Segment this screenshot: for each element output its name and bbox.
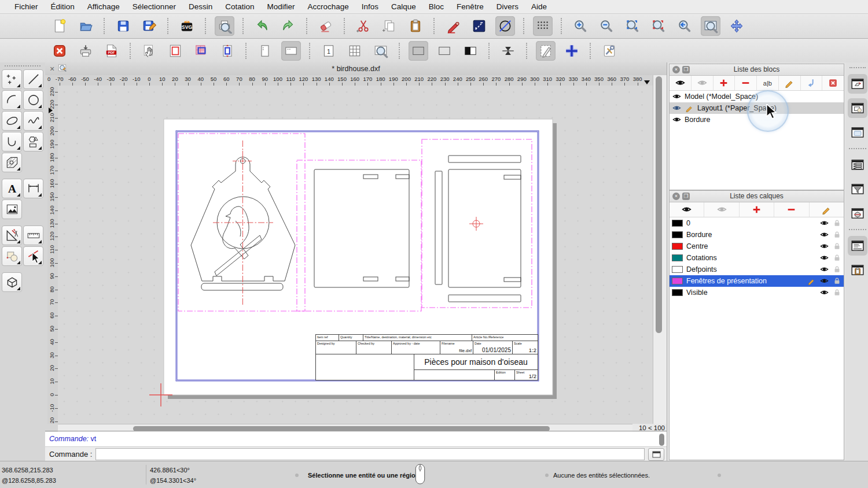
eye-icon[interactable] [819,231,829,239]
fit-to-page-icon[interactable] [218,41,237,61]
layer-row[interactable]: Centre [670,241,844,252]
layer-color-swatch[interactable] [672,278,683,284]
pdf-export-icon[interactable]: PDF [102,41,122,61]
menu-item[interactable]: Divers [490,0,525,13]
line-tools-icon[interactable] [23,69,43,89]
image-tool-icon[interactable] [2,199,22,219]
layer-row[interactable]: Cotations [670,252,844,264]
hide-all-layers-icon[interactable] [704,202,739,217]
redo-icon[interactable] [278,16,298,36]
clipboard-panel-icon[interactable] [848,260,867,280]
print-preview-icon[interactable] [215,16,234,36]
application-preferences-icon[interactable] [599,41,619,61]
block-list-panel-icon[interactable] [848,74,867,94]
drawing-canvas[interactable]: Item ref Quantity Title/Name, destinatio… [58,86,653,424]
menu-item[interactable]: Fenêtre [450,0,490,13]
dimension-tools-icon[interactable] [23,179,43,198]
add-layer-icon[interactable] [740,202,774,217]
draft-mode-icon[interactable] [495,16,515,36]
point-tools-icon[interactable] [2,69,22,89]
lock-icon[interactable] [832,289,841,297]
menu-item[interactable]: Fichier [8,0,45,13]
portrait-icon[interactable] [255,41,275,61]
lock-icon[interactable] [832,265,841,274]
close-document-icon[interactable] [50,41,69,61]
insert-block-icon[interactable] [801,76,823,90]
zoom-in-icon[interactable] [571,16,590,36]
menu-item[interactable]: Modifier [260,0,301,13]
paste-icon[interactable] [406,16,425,36]
command-options-button[interactable] [648,448,664,461]
layer-color-swatch[interactable] [672,231,683,238]
arc-tools-icon[interactable] [2,90,22,110]
hatch-tool-icon[interactable] [2,153,22,172]
eye-icon[interactable] [819,219,829,228]
purge-block-icon[interactable] [822,76,844,90]
menu-item[interactable]: Affichage [81,0,126,13]
layer-color-swatch[interactable] [672,289,683,296]
eye-icon[interactable] [672,104,681,113]
lock-icon[interactable] [832,231,841,239]
menu-item[interactable]: Cotation [219,0,260,13]
show-all-layers-icon[interactable] [670,202,704,217]
vertical-scrollbar-thumb[interactable] [656,76,662,333]
new-file-icon[interactable] [50,16,69,36]
command-input[interactable] [95,448,645,460]
layer-row[interactable]: Visible [670,287,844,298]
selection-list-panel-icon[interactable] [848,155,867,175]
menu-item[interactable]: Accrochage [301,0,355,13]
command-history-panel-icon[interactable] [848,236,867,256]
save-icon[interactable] [113,16,133,36]
menu-item[interactable]: Sélectionner [126,0,182,13]
vertical-scrollbar[interactable] [653,75,667,424]
viewport-panel-icon[interactable] [848,123,867,142]
copy-icon[interactable] [380,16,399,36]
black-white-icon[interactable] [461,41,480,61]
spline-tools-icon[interactable] [23,111,43,131]
crosshair-icon[interactable] [562,41,582,61]
layer-row[interactable]: Fenêtres de présentation [670,275,844,287]
library-browser-panel-icon[interactable] [848,204,867,223]
zoom-selection-icon[interactable] [649,16,668,36]
viewport-overlay-icon[interactable] [192,41,211,61]
layer-row[interactable]: 0 [670,217,844,229]
drawing-preferences-icon[interactable] [536,41,556,61]
single-page-icon[interactable]: 1 [319,41,339,61]
text-tool-icon[interactable]: A [2,179,22,198]
menu-item[interactable]: Dessin [182,0,219,13]
eye-icon[interactable] [819,289,829,297]
edit-pencil-icon[interactable] [443,16,463,36]
eraser-icon[interactable] [316,16,336,36]
undo-icon[interactable] [252,16,272,36]
rename-block-button[interactable]: a|b [757,76,779,90]
palette-drag-handle[interactable] [5,65,41,68]
layer-color-swatch[interactable] [672,220,683,227]
open-file-icon[interactable] [76,16,95,36]
construction-line-icon[interactable] [469,16,489,36]
drafting-tools-icon[interactable] [2,225,22,245]
pan-icon[interactable] [727,16,746,36]
full-color-icon[interactable] [409,41,428,61]
menu-item[interactable]: Calque [385,0,422,13]
lock-icon[interactable] [832,277,841,286]
add-block-icon[interactable] [713,76,735,90]
hide-all-blocks-icon[interactable] [692,76,713,90]
lock-icon[interactable] [832,242,841,251]
lineweight-icon[interactable] [498,41,518,61]
eye-icon[interactable] [819,277,829,286]
layer-row[interactable]: Bordure [670,229,844,241]
panel-float-icon[interactable]: ❐ [682,66,690,73]
edit-block-icon[interactable] [779,76,801,90]
show-all-blocks-icon[interactable] [670,76,692,90]
eye-icon[interactable] [672,116,681,124]
zoom-previous-icon[interactable] [675,16,694,36]
layer-row[interactable]: Defpoints [670,264,844,275]
pan-hand-icon[interactable] [139,41,159,61]
eye-icon[interactable] [672,93,681,101]
edit-layer-icon[interactable] [810,202,844,217]
layer-list-panel-icon[interactable] [848,98,867,118]
grid-toggle-icon[interactable] [533,16,553,36]
zoom-page-icon[interactable] [371,41,391,61]
zoom-fit-icon[interactable] [623,16,642,36]
shape-tools-icon[interactable] [23,132,43,151]
